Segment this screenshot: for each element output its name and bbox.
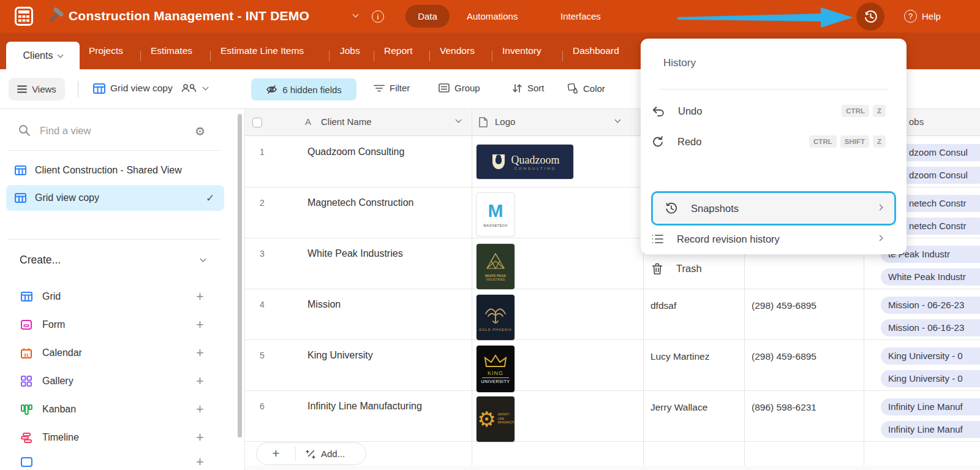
history-button[interactable] <box>856 2 884 31</box>
revision-list-icon <box>652 234 663 244</box>
keycap: Z <box>873 105 886 117</box>
view-switcher[interactable]: Grid view copy <box>93 83 208 94</box>
plus-icon[interactable]: + <box>196 317 204 333</box>
job-link-pill[interactable]: Mission - 06-26-23 <box>881 297 980 314</box>
job-link-pill[interactable]: Infinity Line Manuf <box>881 398 980 415</box>
job-link-pill[interactable]: netech Constr <box>902 218 980 235</box>
add-record-button[interactable]: + <box>257 447 296 461</box>
sidebar-create-option-partial[interactable]: + <box>21 453 251 470</box>
client-name-cell[interactable]: Mission <box>307 299 341 310</box>
client-logo[interactable]: ⚙ INFINITY LINE MANUFACTURING <box>477 396 514 442</box>
group-button[interactable]: Group <box>439 83 480 93</box>
sidebar-create-grid[interactable]: Grid + <box>21 284 251 309</box>
plus-icon[interactable]: + <box>196 345 204 361</box>
logo-column-header[interactable]: Logo <box>495 116 515 127</box>
sidebar-scrollbar[interactable] <box>238 114 242 438</box>
tab-clients[interactable]: Clients <box>6 42 80 69</box>
select-all-checkbox[interactable] <box>252 118 262 127</box>
add-record-control: + Add... <box>256 442 366 465</box>
sidebar-view-grid-copy[interactable]: Grid view copy ✓ <box>15 186 245 210</box>
tab-jobs[interactable]: Jobs <box>340 32 360 69</box>
plus-icon[interactable]: + <box>196 289 204 305</box>
plus-icon[interactable]: + <box>196 454 204 470</box>
contact-cell[interactable]: Lucy Martinez <box>650 351 709 362</box>
client-name-column-header[interactable]: Client Name <box>321 116 372 127</box>
tab-report[interactable]: Report <box>384 32 413 69</box>
job-link-pill[interactable]: King University - 0 <box>881 370 980 387</box>
row-divider <box>245 339 980 340</box>
filter-button[interactable]: Filter <box>374 83 410 93</box>
nav-interfaces-button[interactable]: Interfaces <box>560 11 601 21</box>
client-logo[interactable]: WHITE PEAK INDUSTRIES <box>477 244 514 289</box>
menu-item-trash[interactable]: Trash <box>652 255 895 282</box>
client-name-cell[interactable]: Quadzoom Consulting <box>307 146 404 157</box>
create-section-toggle[interactable]: Create... <box>20 248 250 272</box>
job-link-pill[interactable]: Infinity Line Manuf <box>881 421 980 438</box>
contact-cell[interactable]: dfdsaf <box>650 300 676 311</box>
tab-estimates[interactable]: Estimates <box>151 32 192 69</box>
phone-cell[interactable]: (298) 459-6895 <box>752 300 816 311</box>
job-link-pill[interactable]: Mission - 06-16-23 <box>881 319 980 336</box>
job-link-pill[interactable]: White Peak Industr <box>881 268 980 286</box>
views-button[interactable]: Views <box>9 78 65 100</box>
sidebar-view-shared[interactable]: Client Construction - Shared View <box>15 158 245 183</box>
menu-item-snapshots[interactable]: Snapshots <box>665 195 895 222</box>
contact-cell[interactable]: Jerry Wallace <box>650 402 707 413</box>
menu-item-label: Snapshots <box>691 203 739 214</box>
find-view-search[interactable]: Find a view <box>18 118 249 143</box>
plus-icon[interactable]: + <box>196 430 204 445</box>
menu-item-undo[interactable]: Undo CTRLZ <box>652 97 895 124</box>
help-button[interactable]: ? Help <box>904 10 941 23</box>
sort-button[interactable]: Sort <box>512 83 545 93</box>
info-icon[interactable]: i <box>372 10 384 23</box>
menu-item-redo[interactable]: Redo CTRLSHIFTZ <box>652 128 895 155</box>
client-name-cell[interactable]: White Peak Industries <box>307 248 403 259</box>
tab-vendors[interactable]: Vendors <box>440 32 475 69</box>
view-settings-gear-icon[interactable]: ⚙ <box>195 124 205 138</box>
client-name-cell[interactable]: Magnetech Construction <box>307 197 413 208</box>
grid-icon <box>21 292 32 301</box>
phone-cell[interactable]: (896) 598-6231 <box>752 402 816 413</box>
menu-item-label: Record revision history <box>677 233 780 245</box>
job-link-pill[interactable]: dzoom Consul <box>902 167 980 184</box>
app-launcher-icon[interactable] <box>15 7 33 26</box>
job-link-pill[interactable]: netech Constr <box>902 195 980 212</box>
phoenix-icon <box>483 304 508 326</box>
plus-icon[interactable]: + <box>196 401 204 417</box>
sidebar-create-gallery[interactable]: Gallery + <box>21 369 251 393</box>
client-logo[interactable]: KING UNIVERSITY <box>477 346 514 392</box>
create-option-label: Kanban <box>42 404 76 415</box>
sidebar-create-timeline[interactable]: Timeline + <box>21 425 251 450</box>
plus-icon[interactable]: + <box>196 373 204 389</box>
create-option-label: Grid <box>42 291 61 302</box>
column-chevron-icon[interactable] <box>456 117 462 123</box>
filter-label: Filter <box>390 83 410 93</box>
column-chevron-icon[interactable] <box>615 117 621 123</box>
add-from-template-button[interactable]: Add... <box>306 449 345 459</box>
client-name-cell[interactable]: King University <box>307 350 373 361</box>
jobs-column-header[interactable]: obs <box>909 116 924 127</box>
sidebar-create-kanban[interactable]: Kanban + <box>21 397 251 422</box>
nav-automations-button[interactable]: Automations <box>467 11 518 21</box>
tab-dashboard[interactable]: Dashboard <box>573 32 619 69</box>
logo-subtext: GOLD PHOENIX <box>479 328 512 332</box>
sidebar-create-form[interactable]: Form + <box>21 313 251 337</box>
color-button[interactable]: Color <box>567 83 605 94</box>
view-switcher-chevron-icon <box>202 84 208 90</box>
sidebar-create-calendar[interactable]: 31 Calendar + <box>21 341 251 365</box>
hidden-fields-button[interactable]: 6 hidden fields <box>251 78 356 100</box>
phone-cell[interactable]: (298) 459-6895 <box>752 351 816 362</box>
client-logo[interactable]: M MAGNETECH <box>477 193 514 236</box>
tab-projects[interactable]: Projects <box>89 32 123 69</box>
tab-inventory[interactable]: Inventory <box>502 32 541 69</box>
menu-item-record-revision-history[interactable]: Record revision history <box>652 226 895 252</box>
client-name-cell[interactable]: Infinity Line Manufacturing <box>307 401 422 412</box>
base-title[interactable]: Construction Management - INT DEMO <box>69 9 309 23</box>
base-title-chevron-icon[interactable] <box>353 12 359 18</box>
job-link-pill[interactable]: dzoom Consul <box>902 144 980 161</box>
tab-estimate-line-items[interactable]: Estimate Line Items <box>221 32 304 69</box>
client-logo[interactable]: Quadzoom CONSULTING <box>477 145 573 179</box>
job-link-pill[interactable]: King University - 0 <box>881 347 980 365</box>
nav-data-button[interactable]: Data <box>405 5 450 28</box>
client-logo[interactable]: GOLD PHOENIX <box>477 295 514 340</box>
